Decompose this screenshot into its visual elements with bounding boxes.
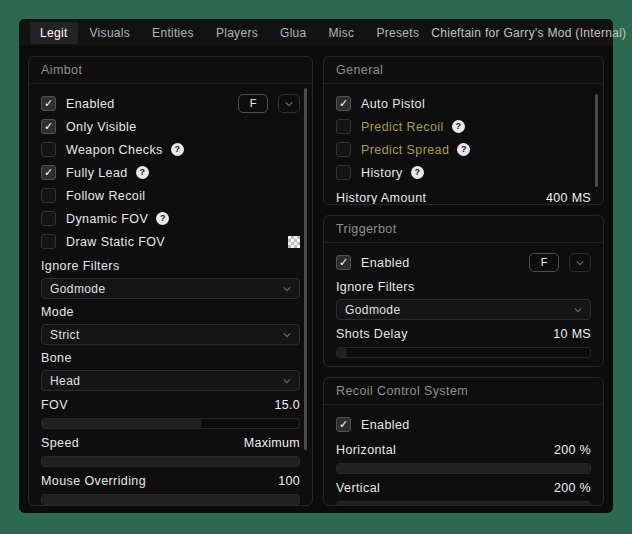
help-icon[interactable]: ? [171,143,184,156]
mode-field: Mode Strict [41,305,300,345]
dynamic-fov-checkbox[interactable] [41,211,56,226]
help-icon[interactable]: ? [136,166,149,179]
draw-static-fov-checkbox[interactable] [41,234,56,249]
tab-legit[interactable]: Legit [30,22,78,44]
follow-recoil-row: Follow Recoil [41,184,300,207]
slider-fill [42,495,299,504]
only-visible-label: Only Visible [66,120,137,134]
bone-field: Bone Head [41,351,300,391]
aimbot-keybind-mode-button[interactable] [278,94,300,113]
tab-visuals[interactable]: Visuals [80,22,141,44]
horizontal-group: Horizontal 200 % [336,443,591,474]
fov-label: FOV [41,398,68,412]
mouse-overriding-slider-group: Mouse Overriding 100 [41,474,300,505]
history-amount-label: History Amount [336,191,426,205]
tab-presets[interactable]: Presets [366,22,429,44]
speed-slider[interactable] [41,456,300,467]
draw-static-fov-label: Draw Static FOV [66,235,165,249]
fully-lead-label: Fully Lead [66,166,128,180]
history-checkbox[interactable] [336,165,351,180]
mode-value: Strict [50,328,80,342]
weapon-checks-row: Weapon Checks ? [41,138,300,161]
aimbot-scrollbar[interactable] [304,88,307,450]
main-content: Aimbot Enabled F Only Visible Weapon [19,46,613,513]
predict-spread-checkbox[interactable] [336,142,351,157]
help-icon[interactable]: ? [411,166,424,179]
aimbot-panel: Aimbot Enabled F Only Visible Weapon [28,56,313,506]
mouse-overriding-slider[interactable] [41,494,300,505]
tab-bar: Legit Visuals Entities Players Glua Misc… [19,19,613,46]
vertical-group: Vertical 200 % [336,481,591,506]
history-amount-value: 400 MS [546,191,591,205]
auto-pistol-label: Auto Pistol [361,97,425,111]
dynamic-fov-row: Dynamic FOV ? [41,207,300,230]
rcs-enabled-label: Enabled [361,418,410,432]
app-window: Legit Visuals Entities Players Glua Misc… [19,19,613,513]
predict-spread-row: Predict Spread ? [336,138,591,161]
vertical-slider[interactable] [336,501,591,506]
follow-recoil-label: Follow Recoil [66,189,146,203]
tab-entities[interactable]: Entities [142,22,204,44]
chevron-down-icon [283,377,291,385]
chevron-down-icon [574,306,582,314]
help-icon[interactable]: ? [457,143,470,156]
auto-pistol-checkbox[interactable] [336,96,351,111]
slider-fill [337,464,590,473]
shots-delay-slider[interactable] [336,347,591,358]
color-picker-swatch[interactable] [288,236,300,248]
mouse-overriding-label: Mouse Overriding [41,474,146,488]
general-panel: General Auto Pistol Predict Recoil ? Pre… [323,56,604,205]
slider-fill [42,419,201,428]
ignore-filters-value: Godmode [50,282,106,296]
history-row: History ? [336,161,591,184]
triggerbot-keybind-mode-button[interactable] [569,253,591,272]
rcs-enabled-row: Enabled [336,413,591,436]
fully-lead-checkbox[interactable] [41,165,56,180]
vertical-label: Vertical [336,481,380,495]
help-icon[interactable]: ? [452,120,465,133]
only-visible-checkbox[interactable] [41,119,56,134]
triggerbot-ignore-filters-value: Godmode [345,303,401,317]
auto-pistol-row: Auto Pistol [336,92,591,115]
vertical-value: 200 % [554,481,591,495]
tab-misc[interactable]: Misc [319,22,365,44]
triggerbot-enabled-checkbox[interactable] [336,255,351,270]
right-column: General Auto Pistol Predict Recoil ? Pre… [323,56,604,506]
aimbot-keybind-button[interactable]: F [238,94,268,113]
weapon-checks-checkbox[interactable] [41,142,56,157]
aimbot-enabled-checkbox[interactable] [41,96,56,111]
horizontal-slider[interactable] [336,463,591,474]
general-scrollbar[interactable] [595,94,598,187]
dynamic-fov-label: Dynamic FOV [66,212,148,226]
bone-select[interactable]: Head [41,370,300,391]
chevron-down-icon [283,285,291,293]
window-title: Chieftain for Garry's Mod (Internal) [431,26,626,40]
ignore-filters-select[interactable]: Godmode [41,278,300,299]
triggerbot-keybind-button[interactable]: F [529,253,559,272]
ignore-filters-label: Ignore Filters [41,259,300,275]
bone-label: Bone [41,351,300,367]
history-amount-group: History Amount 400 MS [336,191,591,205]
tab-glua[interactable]: Glua [270,22,317,44]
follow-recoil-checkbox[interactable] [41,188,56,203]
rcs-enabled-checkbox[interactable] [336,417,351,432]
help-icon[interactable]: ? [156,212,169,225]
triggerbot-ignore-filters-select[interactable]: Godmode [336,299,591,320]
tab-players[interactable]: Players [206,22,268,44]
draw-static-fov-row: Draw Static FOV [41,230,300,253]
predict-recoil-checkbox[interactable] [336,119,351,134]
history-label: History [361,166,403,180]
horizontal-label: Horizontal [336,443,396,457]
aimbot-enabled-label: Enabled [66,97,115,111]
predict-recoil-label: Predict Recoil [361,120,444,134]
general-header: General [324,57,603,84]
slider-fill [337,348,347,357]
triggerbot-enabled-label: Enabled [361,256,410,270]
predict-spread-label: Predict Spread [361,143,449,157]
rcs-header: Recoil Control System [324,378,603,405]
shots-delay-label: Shots Delay [336,327,408,341]
fov-value: 15.0 [274,398,300,412]
chevron-down-icon [576,259,584,267]
mode-select[interactable]: Strict [41,324,300,345]
fov-slider[interactable] [41,418,300,429]
